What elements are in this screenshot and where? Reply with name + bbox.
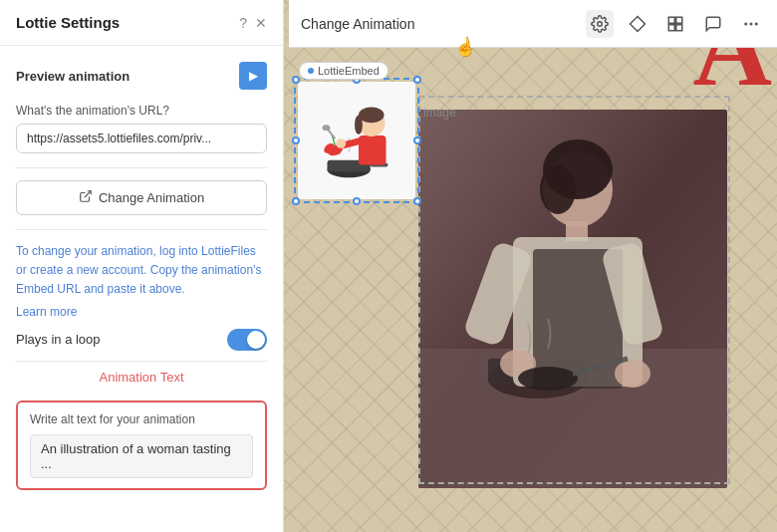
diamond-icon[interactable]: [624, 10, 651, 38]
url-input[interactable]: https://assets5.lottiefiles.com/priv...: [16, 124, 267, 153]
toolbar-title: Change Animation: [301, 16, 578, 32]
divider-2: [16, 229, 267, 230]
chef-photo: [418, 110, 727, 488]
badge-label: LottieEmbed: [318, 65, 380, 77]
toolbar: Change Animation: [289, 0, 777, 48]
chat-icon[interactable]: [699, 10, 727, 38]
animation-preview-container: [294, 78, 419, 203]
svg-marker-1: [631, 16, 646, 31]
help-icon[interactable]: ?: [239, 15, 247, 31]
svg-rect-3: [676, 17, 682, 23]
learn-more-link[interactable]: Learn more: [16, 305, 77, 319]
preview-label: Preview animation: [16, 69, 130, 84]
preview-section-header: Preview animation ▶: [16, 62, 267, 90]
alt-text-value[interactable]: An illustration of a woman tasting ...: [30, 434, 253, 478]
more-icon[interactable]: [737, 10, 765, 38]
handle-mr[interactable]: [413, 136, 421, 144]
change-animation-label: Change Animation: [99, 190, 204, 205]
settings-panel: Lottie Settings ? ✕ Preview animation ▶ …: [0, 0, 284, 532]
svg-point-7: [750, 22, 753, 25]
play-button[interactable]: ▶: [239, 62, 267, 90]
handle-tl[interactable]: [292, 76, 300, 84]
loop-label: Plays in a loop: [16, 332, 101, 347]
svg-point-24: [323, 125, 331, 131]
info-text: To change your animation, log into Lotti…: [16, 242, 267, 300]
svg-point-40: [518, 367, 578, 391]
panel-body: Preview animation ▶ What's the animation…: [0, 46, 283, 532]
alt-text-prompt: Write alt text for your animation: [30, 412, 253, 426]
svg-rect-5: [676, 24, 682, 30]
play-icon: ▶: [249, 69, 258, 83]
svg-point-32: [540, 164, 576, 214]
chef-svg: [418, 110, 727, 488]
change-animation-button[interactable]: Change Animation: [16, 180, 267, 215]
panel-title: Lottie Settings: [16, 14, 120, 31]
handle-bl[interactable]: [292, 197, 300, 205]
panel-header-icons: ? ✕: [239, 15, 267, 31]
svg-rect-4: [668, 24, 674, 30]
svg-line-9: [85, 191, 91, 197]
chef-photo-inner: [418, 110, 727, 488]
animation-preview: [298, 82, 415, 199]
svg-point-8: [755, 22, 758, 25]
svg-point-20: [355, 115, 363, 134]
svg-rect-17: [359, 135, 387, 165]
canvas-area: LottieEmbed: [289, 48, 777, 532]
toggle-thumb: [247, 331, 265, 349]
badge-dot: [308, 68, 314, 74]
gear-icon[interactable]: [586, 10, 614, 38]
selection-box: [294, 78, 419, 203]
cooking-svg: [298, 82, 415, 199]
svg-point-0: [598, 21, 603, 26]
svg-point-19: [359, 108, 385, 124]
cursor-pointer: ☝: [452, 34, 477, 59]
lottie-embed-badge[interactable]: LottieEmbed: [299, 62, 388, 80]
animation-text-label: Animation Text: [99, 370, 183, 385]
panel-header: Lottie Settings ? ✕: [0, 0, 283, 46]
svg-point-22: [336, 138, 346, 148]
divider-1: [16, 167, 267, 168]
handle-tr[interactable]: [413, 76, 421, 84]
url-label: What's the animation's URL?: [16, 104, 267, 118]
handle-ml[interactable]: [292, 136, 300, 144]
loop-toggle[interactable]: [227, 329, 267, 351]
image-label: image: [423, 106, 456, 120]
handle-bm[interactable]: [353, 197, 361, 205]
svg-rect-2: [668, 17, 674, 23]
toolbar-icons: [586, 10, 765, 38]
alt-text-box: Write alt text for your animation An ill…: [16, 400, 267, 490]
loop-row: Plays in a loop: [16, 319, 267, 361]
animation-text-header: Animation Text: [16, 361, 267, 393]
close-icon[interactable]: ✕: [255, 15, 267, 31]
layers-icon[interactable]: [661, 10, 689, 38]
handle-br[interactable]: [413, 197, 421, 205]
svg-point-39: [615, 360, 650, 388]
svg-point-6: [744, 22, 747, 25]
external-link-icon: [79, 189, 93, 206]
